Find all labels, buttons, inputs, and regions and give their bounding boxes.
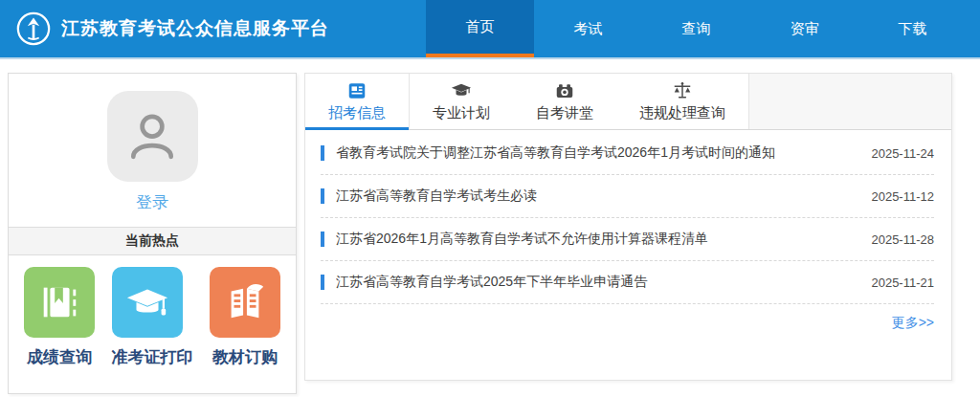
news-panel: 招考信息 专业计划 xyxy=(304,73,952,381)
tab-admission-info[interactable]: 招考信息 xyxy=(305,74,410,129)
site-title: 江苏教育考试公众信息服务平台 xyxy=(61,16,329,41)
news-item[interactable]: 省教育考试院关于调整江苏省高等教育自学考试2026年1月考试时间的通知 2025… xyxy=(321,132,934,175)
lecture-hall-icon xyxy=(554,80,575,101)
site-logo-icon xyxy=(15,11,52,47)
sidebar-panel: 登录 当前热点 成绩查询 xyxy=(8,73,297,394)
news-title[interactable]: 江苏省2026年1月高等教育自学考试不允许使用计算器课程清单 xyxy=(336,231,856,248)
news-date: 2025-11-24 xyxy=(871,146,934,161)
book-bookmark-icon xyxy=(24,267,95,338)
shortcut-grid: 成绩查询 准考证打印 xyxy=(9,255,296,393)
news-title[interactable]: 江苏省高等教育自学考试考生必读 xyxy=(336,187,856,205)
nav-item-exam[interactable]: 考试 xyxy=(534,0,642,57)
tab-violation-query[interactable]: 违规处理查询 xyxy=(616,74,748,129)
tab-self-exam-lecture[interactable]: 自考讲堂 xyxy=(513,74,616,129)
open-book-icon xyxy=(210,267,280,338)
nav-item-review[interactable]: 资审 xyxy=(750,0,858,57)
tab-label: 专业计划 xyxy=(433,104,490,122)
bullet-bar-icon xyxy=(321,232,324,247)
scales-icon xyxy=(672,80,693,101)
graduation-cap-icon xyxy=(112,267,183,338)
news-title[interactable]: 江苏省高等教育自学考试2025年下半年毕业申请通告 xyxy=(336,274,856,291)
tab-major-plan[interactable]: 专业计划 xyxy=(410,74,513,129)
content-area: 登录 当前热点 成绩查询 xyxy=(8,73,972,394)
login-box: 登录 xyxy=(9,74,296,227)
news-date: 2025-11-21 xyxy=(871,276,934,290)
news-date: 2025-11-12 xyxy=(871,189,934,204)
bullet-bar-icon xyxy=(321,275,324,290)
news-date: 2025-11-28 xyxy=(871,232,934,247)
graduation-cap-icon xyxy=(451,80,472,101)
tab-label: 自考讲堂 xyxy=(536,104,593,122)
top-header: 江苏教育考试公众信息服务平台 首页 考试 查询 资审 下载 xyxy=(0,0,980,59)
shortcut-admission-ticket[interactable]: 准考证打印 xyxy=(112,267,193,368)
shortcut-textbook-order[interactable]: 教材订购 xyxy=(210,267,280,368)
news-tabbar: 招考信息 专业计划 xyxy=(305,74,951,130)
shortcut-label: 准考证打印 xyxy=(112,346,193,368)
news-item[interactable]: 江苏省2026年1月高等教育自学考试不允许使用计算器课程清单 2025-11-2… xyxy=(321,218,934,261)
shortcut-score-query[interactable]: 成绩查询 xyxy=(24,267,95,368)
news-item[interactable]: 江苏省高等教育自学考试考生必读 2025-11-12 xyxy=(321,175,934,218)
hot-section-title: 当前热点 xyxy=(9,227,296,255)
shortcut-label: 成绩查询 xyxy=(24,346,95,368)
bullet-bar-icon xyxy=(321,188,324,204)
brand: 江苏教育考试公众信息服务平台 xyxy=(0,0,329,57)
news-item[interactable]: 江苏省高等教育自学考试2025年下半年毕业申请通告 2025-11-21 xyxy=(321,261,934,304)
newspaper-icon xyxy=(346,80,368,101)
nav-item-home[interactable]: 首页 xyxy=(426,0,534,57)
news-list: 省教育考试院关于调整江苏省高等教育自学考试2026年1月考试时间的通知 2025… xyxy=(305,130,951,304)
bullet-bar-icon xyxy=(321,145,324,161)
tab-label: 违规处理查询 xyxy=(639,104,725,122)
nav-item-download[interactable]: 下载 xyxy=(858,0,967,57)
login-link[interactable]: 登录 xyxy=(136,191,168,213)
main-nav: 首页 考试 查询 资审 下载 xyxy=(426,0,967,57)
tabbar-filler xyxy=(748,74,951,129)
shortcut-label: 教材订购 xyxy=(210,346,280,368)
user-icon xyxy=(125,110,179,164)
more-row: 更多>> xyxy=(305,304,951,345)
news-title[interactable]: 省教育考试院关于调整江苏省高等教育自学考试2026年1月考试时间的通知 xyxy=(336,144,856,162)
nav-item-query[interactable]: 查询 xyxy=(642,0,750,57)
tab-label: 招考信息 xyxy=(328,104,386,122)
avatar[interactable] xyxy=(107,91,198,182)
more-link[interactable]: 更多>> xyxy=(892,315,934,330)
